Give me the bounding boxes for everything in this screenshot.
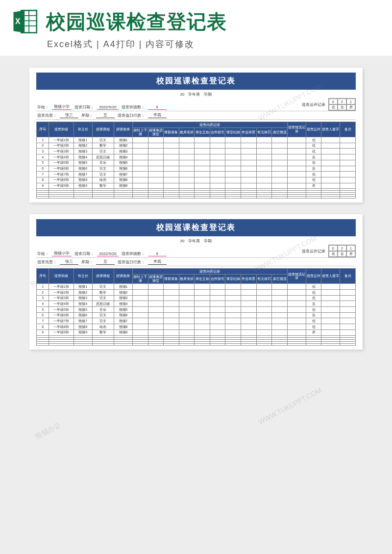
cell	[210, 143, 225, 149]
meta-field: 巡查班级数：9	[121, 98, 169, 111]
cell	[132, 295, 148, 301]
cell	[340, 284, 356, 290]
col-header: 授课课程	[92, 122, 114, 137]
cell	[321, 329, 340, 335]
cell	[132, 166, 148, 172]
col-group: 巡查内容记录	[132, 269, 287, 275]
cell	[74, 343, 92, 345]
cell	[272, 329, 288, 335]
cell	[148, 137, 164, 143]
cell	[179, 312, 195, 318]
cell	[148, 183, 164, 189]
cell: 一年级6班	[49, 166, 74, 172]
col-header: 巡查总评	[306, 122, 321, 137]
col-header: 班主任	[74, 122, 92, 137]
cell: 一年级1班	[49, 284, 74, 290]
cell: 熊猫1	[74, 284, 92, 290]
cell	[210, 149, 225, 154]
cell	[287, 318, 306, 324]
cell: 熊猫3	[74, 295, 92, 301]
cell: 一年级6班	[49, 312, 74, 318]
table-row: 3一年级3班熊猫3语文熊猫3优	[37, 149, 356, 154]
cell: 7	[37, 172, 49, 177]
cell	[210, 307, 225, 313]
cell: 语文	[92, 137, 114, 143]
col-header: 班主任	[74, 269, 92, 284]
cell	[340, 295, 356, 301]
cell	[210, 197, 225, 199]
cell	[132, 301, 148, 307]
cell	[179, 183, 195, 189]
cell	[256, 284, 272, 290]
cell: 一年级4班	[49, 301, 74, 307]
cell	[132, 324, 148, 330]
cell	[321, 312, 340, 318]
cell: 1	[37, 137, 49, 143]
cell: 良	[306, 154, 321, 160]
cell	[179, 284, 195, 290]
cell	[241, 318, 257, 324]
col-header: 巡查情况记录	[287, 122, 306, 137]
cell	[272, 172, 288, 177]
cell	[210, 160, 225, 166]
page-subtitle: Excel格式 | A4打印 | 内容可修改	[0, 38, 392, 56]
cell: 熊猫5	[114, 307, 133, 313]
cell	[321, 154, 340, 160]
cell	[225, 149, 241, 154]
cell	[272, 284, 288, 290]
cell: 优	[306, 307, 321, 313]
cell	[225, 307, 241, 313]
sub-col: 师生互动	[195, 274, 210, 283]
cell: 6	[37, 166, 49, 172]
meta-field: 巡查日期：2022/5/20	[74, 98, 121, 111]
cell	[195, 177, 210, 183]
cell	[210, 166, 225, 172]
cell: 一年级4班	[49, 154, 74, 160]
cell	[225, 343, 241, 345]
col-header: 授课老师	[114, 269, 133, 284]
cell: 绘画	[92, 177, 114, 183]
cell	[92, 197, 114, 199]
cell	[225, 301, 241, 307]
cell	[114, 343, 133, 345]
cell	[164, 324, 179, 330]
cell	[321, 137, 340, 143]
cell	[179, 197, 195, 199]
table-row	[37, 343, 356, 345]
cell: 熊猫9	[114, 329, 133, 335]
cell	[148, 166, 164, 172]
cell	[195, 312, 210, 318]
cell	[340, 172, 356, 177]
cell	[241, 301, 257, 307]
cell: 优	[306, 172, 321, 177]
cell	[49, 197, 74, 199]
cell: 1	[37, 284, 49, 290]
cell	[164, 154, 179, 160]
cell	[241, 154, 257, 160]
cell: 数学	[92, 329, 114, 335]
col-header: 巡查情况记录	[287, 269, 306, 284]
cell: 优	[306, 284, 321, 290]
cell	[74, 197, 92, 199]
worksheet: 校园巡课检查登记表20 学年第 学期学校：熊猫小学巡查日期：2022/5/20巡…	[29, 68, 363, 202]
cell	[164, 166, 179, 172]
cell	[225, 284, 241, 290]
cell	[340, 177, 356, 183]
cell: 良	[306, 301, 321, 307]
cell	[241, 143, 257, 149]
cell: 熊猫5	[114, 160, 133, 166]
cell: 优	[306, 295, 321, 301]
cell	[114, 197, 133, 199]
cell	[272, 149, 288, 154]
cell: 熊猫6	[114, 312, 133, 318]
cell	[272, 343, 288, 345]
cell	[148, 177, 164, 183]
cell: 4	[37, 301, 49, 307]
cell	[148, 154, 164, 160]
cell	[195, 301, 210, 307]
cell	[210, 284, 225, 290]
cell: 良	[306, 312, 321, 318]
table-row: 9一年级9班熊猫9数学熊猫9差	[37, 329, 356, 335]
cell	[195, 343, 210, 345]
sub-col: 按课表进课堂	[148, 127, 164, 137]
